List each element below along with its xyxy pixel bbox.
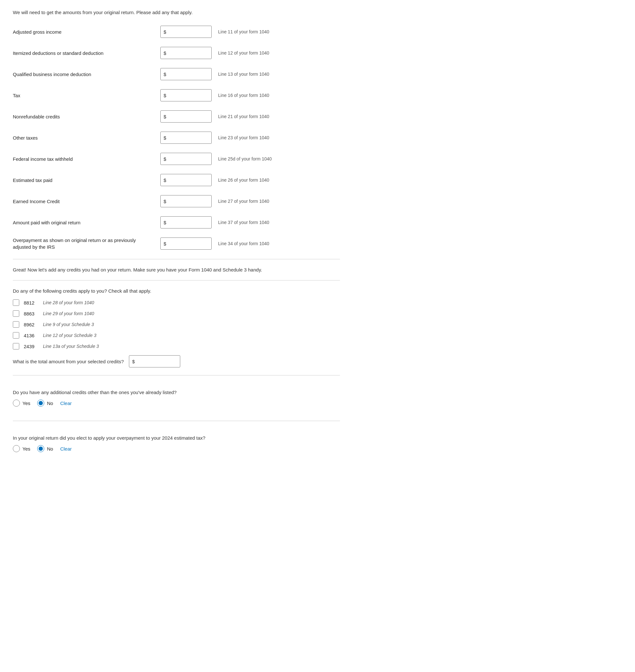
input-wrapper-amount-paid-original: $ — [160, 216, 212, 229]
input-wrapper-federal-income-tax-withheld: $ — [160, 153, 212, 165]
divider-1 — [13, 259, 340, 259]
form-row-federal-income-tax-withheld: Federal income tax withheld$Line 25d of … — [13, 151, 340, 167]
additional-credits-yes-label: Yes — [22, 400, 30, 406]
cb-number-cb-8812: 8812 — [24, 300, 37, 306]
overpayment-radio-row: Yes No Clear — [13, 445, 340, 452]
line-ref-nonrefundable-credits: Line 21 of your form 1040 — [212, 114, 340, 119]
form-row-estimated-tax-paid: Estimated tax paid$Line 26 of your form … — [13, 172, 340, 188]
label-overpayment: Overpayment as shown on original return … — [13, 237, 160, 250]
cb-line-cb-2439: Line 13a of your Schedule 3 — [43, 344, 99, 349]
form-row-overpayment: Overpayment as shown on original return … — [13, 236, 340, 251]
divider-3 — [13, 375, 340, 376]
checkbox-cb-8863[interactable] — [13, 310, 19, 317]
input-other-taxes[interactable] — [160, 131, 212, 144]
input-wrapper-adjusted-gross-income: $ — [160, 26, 212, 38]
input-wrapper-overpayment: $ — [160, 237, 212, 250]
checkbox-cb-2439[interactable] — [13, 343, 19, 350]
label-itemized-deductions: Itemized deductions or standard deductio… — [13, 50, 160, 56]
input-wrapper-other-taxes: $ — [160, 131, 212, 144]
cb-line-cb-8812: Line 28 of your form 1040 — [43, 300, 94, 305]
input-qualified-business[interactable] — [160, 68, 212, 80]
line-ref-federal-income-tax-withheld: Line 25d of your form 1040 — [212, 156, 340, 162]
input-wrapper-itemized-deductions: $ — [160, 47, 212, 59]
form-row-adjusted-gross-income: Adjusted gross income$Line 11 of your fo… — [13, 24, 340, 40]
line-ref-overpayment: Line 34 of your form 1040 — [212, 241, 340, 246]
checkbox-cb-8812[interactable] — [13, 299, 19, 306]
overpayment-clear-button[interactable]: Clear — [60, 446, 72, 451]
line-ref-amount-paid-original: Line 37 of your form 1040 — [212, 220, 340, 225]
form-row-earned-income-credit: Earned Income Credit$Line 27 of your for… — [13, 193, 340, 209]
credits-question: Do any of the following credits apply to… — [13, 288, 340, 294]
intro-text: We will need to get the amounts from you… — [13, 9, 340, 15]
overpayment-yes-label: Yes — [22, 446, 30, 451]
overpayment-no-radio[interactable] — [37, 445, 44, 452]
label-estimated-tax-paid: Estimated tax paid — [13, 177, 160, 183]
form-row-nonrefundable-credits: Nonrefundable credits$Line 21 of your fo… — [13, 109, 340, 124]
input-wrapper-estimated-tax-paid: $ — [160, 174, 212, 186]
checkbox-row-cb-2439: 2439Line 13a of your Schedule 3 — [13, 343, 340, 350]
checkbox-row-cb-8962: 8962Line 9 of your Schedule 3 — [13, 321, 340, 328]
input-adjusted-gross-income[interactable] — [160, 26, 212, 38]
checkbox-row-cb-8812: 8812Line 28 of your form 1040 — [13, 299, 340, 306]
line-ref-estimated-tax-paid: Line 26 of your form 1040 — [212, 177, 340, 183]
additional-credits-section: Do you have any additional credits other… — [13, 383, 340, 413]
label-other-taxes: Other taxes — [13, 135, 160, 141]
line-ref-itemized-deductions: Line 12 of your form 1040 — [212, 50, 340, 56]
label-tax: Tax — [13, 93, 160, 98]
overpayment-no-option[interactable]: No — [37, 445, 53, 452]
form-row-tax: Tax$Line 16 of your form 1040 — [13, 88, 340, 103]
additional-credits-no-label: No — [47, 400, 53, 406]
input-nonrefundable-credits[interactable] — [160, 110, 212, 123]
input-wrapper-qualified-business: $ — [160, 68, 212, 80]
form-row-amount-paid-original: Amount paid with original return$Line 37… — [13, 215, 340, 230]
overpayment-question: In your original return did you elect to… — [13, 435, 340, 441]
input-wrapper-earned-income-credit: $ — [160, 195, 212, 207]
input-tax[interactable] — [160, 89, 212, 101]
input-amount-paid-original[interactable] — [160, 216, 212, 229]
cb-number-cb-2439: 2439 — [24, 344, 37, 349]
form-row-qualified-business: Qualified business income deduction$Line… — [13, 66, 340, 82]
credits-total-row: What is the total amount from your selec… — [13, 355, 340, 368]
label-federal-income-tax-withheld: Federal income tax withheld — [13, 156, 160, 162]
input-federal-income-tax-withheld[interactable] — [160, 153, 212, 165]
label-adjusted-gross-income: Adjusted gross income — [13, 29, 160, 35]
input-estimated-tax-paid[interactable] — [160, 174, 212, 186]
checkbox-row-cb-4136: 4136Line 12 of your Schedule 3 — [13, 332, 340, 339]
input-itemized-deductions[interactable] — [160, 47, 212, 59]
line-ref-other-taxes: Line 23 of your form 1040 — [212, 135, 340, 140]
label-qualified-business: Qualified business income deduction — [13, 71, 160, 77]
overpayment-yes-option[interactable]: Yes — [13, 445, 30, 452]
label-nonrefundable-credits: Nonrefundable credits — [13, 114, 160, 119]
overpayment-yes-radio[interactable] — [13, 445, 20, 452]
additional-credits-no-radio[interactable] — [37, 400, 44, 406]
additional-credits-yes-option[interactable]: Yes — [13, 400, 30, 406]
credits-total-input[interactable] — [129, 355, 180, 368]
line-ref-qualified-business: Line 13 of your form 1040 — [212, 71, 340, 77]
divider-2 — [13, 280, 340, 280]
checkbox-cb-4136[interactable] — [13, 332, 19, 339]
cb-line-cb-8962: Line 9 of your Schedule 3 — [43, 322, 94, 327]
additional-credits-yes-radio[interactable] — [13, 400, 20, 406]
divider-4 — [13, 421, 340, 421]
overpayment-section: In your original return did you elect to… — [13, 429, 340, 459]
input-earned-income-credit[interactable] — [160, 195, 212, 207]
credits-total-label: What is the total amount from your selec… — [13, 359, 124, 364]
cb-line-cb-4136: Line 12 of your Schedule 3 — [43, 333, 96, 338]
additional-credits-clear-button[interactable]: Clear — [60, 400, 72, 406]
additional-credits-radio-row: Yes No Clear — [13, 400, 340, 406]
checkbox-cb-8962[interactable] — [13, 321, 19, 328]
cb-number-cb-8962: 8962 — [24, 322, 37, 327]
cb-number-cb-8863: 8863 — [24, 311, 37, 316]
line-ref-tax: Line 16 of your form 1040 — [212, 93, 340, 98]
cb-line-cb-8863: Line 29 of your form 1040 — [43, 311, 94, 316]
additional-credits-no-option[interactable]: No — [37, 400, 53, 406]
input-overpayment[interactable] — [160, 237, 212, 250]
credits-total-input-wrapper: $ — [129, 355, 180, 368]
form-row-other-taxes: Other taxes$Line 23 of your form 1040 — [13, 130, 340, 145]
overpayment-no-label: No — [47, 446, 53, 451]
input-wrapper-nonrefundable-credits: $ — [160, 110, 212, 123]
line-ref-earned-income-credit: Line 27 of your form 1040 — [212, 198, 340, 204]
label-amount-paid-original: Amount paid with original return — [13, 220, 160, 225]
additional-credits-question: Do you have any additional credits other… — [13, 390, 340, 395]
line-ref-adjusted-gross-income: Line 11 of your form 1040 — [212, 29, 340, 34]
